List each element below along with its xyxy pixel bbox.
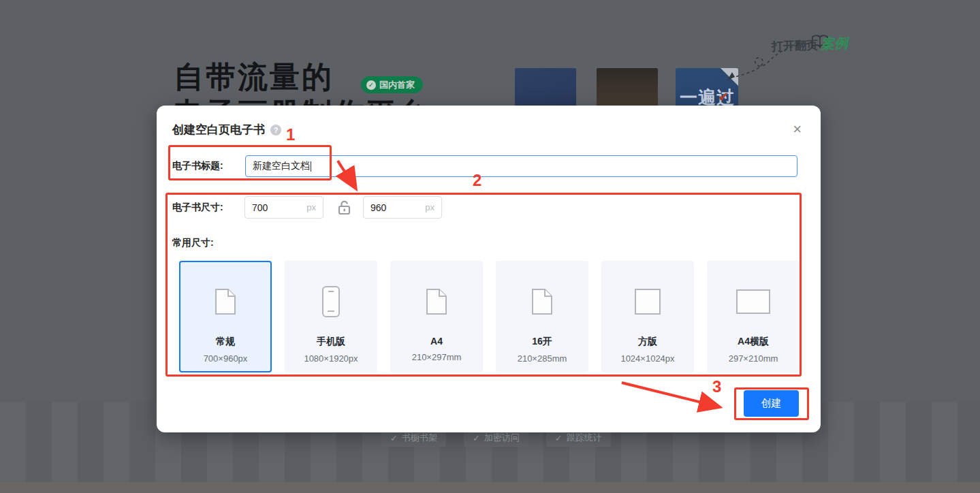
feature-label: 书橱书架 [402, 432, 437, 444]
check-icon: ✓ [555, 433, 563, 443]
preset-card-a4-landscape[interactable]: A4横版 297×210mm [707, 261, 800, 372]
close-icon[interactable]: × [793, 122, 802, 137]
unlock-icon [336, 200, 353, 216]
feature-label: 跟踪统计 [567, 432, 602, 444]
width-value: 700 [252, 202, 300, 213]
preset-name: A4横版 [738, 336, 769, 348]
help-icon[interactable]: ? [270, 125, 281, 136]
preset-card-16kai[interactable]: 16开 210×285mm [496, 261, 588, 372]
modal-title: 创建空白页电子书 [172, 122, 265, 138]
book-cover-3-checkmark: ✔ [718, 89, 729, 105]
ebook-title-value: 新建空白文档 [253, 160, 310, 172]
preset-card-mobile[interactable]: 手机版 1080×1920px [285, 261, 377, 372]
feature-label: 加密访问 [484, 432, 520, 444]
preset-name: A4 [430, 336, 443, 347]
preset-dims: 1024×1024px [620, 353, 674, 364]
height-input[interactable]: 960 px [363, 196, 442, 219]
height-value: 960 [370, 202, 418, 213]
preset-name: 16开 [532, 336, 552, 348]
preset-card-square[interactable]: 方版 1024×1024px [601, 261, 694, 372]
preset-dims: 210×285mm [518, 353, 567, 364]
create-ebook-modal: 创建空白页电子书 ? × 电子书标题: 新建空白文档 电子书尺寸: 700 px… [157, 106, 821, 432]
portrait-page-icon [531, 269, 554, 334]
width-input[interactable]: 700 px [244, 196, 323, 219]
preset-dims: 210×297mm [412, 352, 462, 362]
preset-dims: 297×210mm [729, 353, 778, 364]
portrait-page-icon [425, 269, 448, 334]
text-cursor [311, 161, 311, 172]
height-unit: px [425, 202, 434, 212]
ebook-title-input[interactable]: 新建空白文档 [245, 155, 797, 177]
badge-check-icon: ✓ [366, 80, 376, 90]
doodle-text-dark: 打开翻页 [772, 37, 819, 54]
flip-example-doodle[interactable]: 打开翻页 案例 [718, 29, 889, 83]
check-icon: ✓ [390, 433, 398, 443]
hero-heading-line1: 自带流量的 [174, 57, 334, 97]
background-bottom-band [0, 482, 980, 493]
preset-card-regular[interactable]: 常规 700×960px [179, 261, 272, 372]
square-icon [634, 269, 661, 334]
preset-name: 方版 [638, 336, 657, 348]
landscape-page-icon [736, 269, 771, 334]
badge-label: 国内首家 [379, 79, 415, 91]
preset-dims: 1080×1920px [304, 353, 358, 364]
preset-card-a4[interactable]: A4 210×297mm [390, 261, 483, 372]
portrait-page-icon [214, 269, 237, 334]
ebook-title-label: 电子书标题: [172, 160, 223, 172]
check-icon: ✓ [473, 433, 480, 443]
aspect-lock-button[interactable] [336, 200, 353, 216]
preset-name: 常规 [216, 336, 235, 348]
first-in-country-badge: ✓ 国内首家 [361, 76, 423, 93]
phone-icon [321, 269, 341, 334]
ebook-size-label: 电子书尺寸: [172, 202, 223, 214]
preset-name: 手机版 [317, 336, 345, 348]
screen: 自带流量的 电子画册制作平台 ✓ 国内首家 广州万彩信息技术有限公司 一遍过 ✔ [0, 0, 980, 493]
preset-dims: 700×960px [204, 353, 248, 364]
doodle-text-green: 案例 [821, 34, 849, 53]
create-button[interactable]: 创建 [744, 390, 799, 417]
width-unit: px [306, 202, 316, 212]
common-sizes-label: 常用尺寸: [172, 237, 214, 249]
size-preset-cards: 常规 700×960px 手机版 1080×1920px [179, 261, 800, 372]
